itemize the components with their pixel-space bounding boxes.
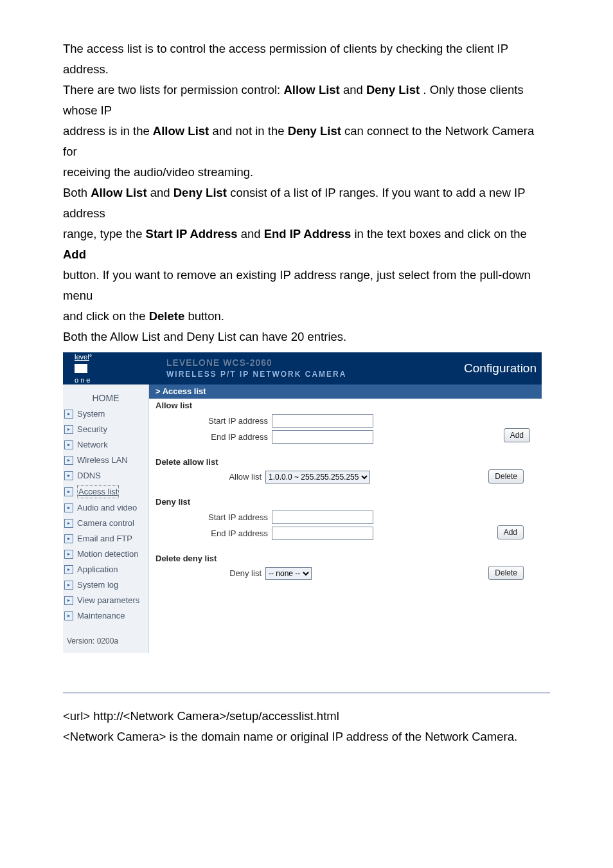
url-line: <url> http://<Network Camera>/setup/acce… bbox=[63, 706, 550, 727]
product-name: LEVELONE WCS-2060 bbox=[166, 357, 464, 368]
product-title: LEVELONE WCS-2060 WIRELESS P/T IP NETWOR… bbox=[155, 357, 464, 380]
allow-list-term: Allow List bbox=[283, 83, 339, 96]
end-ip-label: End IP address bbox=[155, 528, 268, 539]
sidebar-item-label: Application bbox=[77, 564, 118, 575]
sidebar-item-label: DDNS bbox=[77, 470, 101, 482]
sidebar-item-view-parameters[interactable]: View parameters bbox=[63, 593, 148, 608]
text: and not in the bbox=[212, 124, 287, 138]
divider bbox=[63, 692, 550, 693]
intro-line-9: Both the Allow List and Deny List can ha… bbox=[63, 327, 550, 347]
sidebar-item-network[interactable]: Network bbox=[63, 437, 148, 453]
deny-list-term: Deny List bbox=[366, 83, 420, 96]
allow-delete-button[interactable]: Delete bbox=[488, 469, 524, 484]
arrow-right-icon bbox=[64, 487, 73, 496]
sidebar-item-application[interactable]: Application bbox=[63, 562, 148, 577]
allow-add-button[interactable]: Add bbox=[504, 428, 530, 442]
sidebar-item-audio-and-video[interactable]: Audio and video bbox=[63, 500, 148, 516]
intro-line-5: Both Allow List and Deny List consist of… bbox=[63, 183, 550, 224]
shot-header: level° o n e LEVELONE WCS-2060 WIRELESS … bbox=[63, 352, 542, 384]
arrow-right-icon bbox=[64, 611, 73, 620]
start-ip-label: Start IP address bbox=[155, 415, 268, 427]
start-ip-term: Start IP Address bbox=[146, 227, 238, 240]
arrow-right-icon bbox=[64, 550, 73, 559]
allow-start-ip-input[interactable] bbox=[272, 414, 373, 428]
deny-start-ip-input[interactable] bbox=[272, 511, 373, 524]
sidebar-item-label: Network bbox=[77, 439, 108, 451]
sidebar-item-maintenance[interactable]: Maintenance bbox=[63, 608, 148, 624]
version-label: Version: 0200a bbox=[63, 624, 148, 653]
sidebar-item-wireless-lan[interactable]: Wireless LAN bbox=[63, 453, 148, 468]
sidebar-item-label: System bbox=[77, 408, 105, 420]
sidebar-item-security[interactable]: Security bbox=[63, 422, 148, 437]
sidebar-item-label: View parameters bbox=[77, 595, 139, 606]
document-body: The access list is to control the access… bbox=[0, 0, 613, 799]
deny-list-select-label: Deny list bbox=[155, 568, 262, 579]
sidebar-item-system-log[interactable]: System log bbox=[63, 577, 148, 593]
allow-list-select[interactable]: 1.0.0.0 ~ 255.255.255.255 bbox=[265, 471, 370, 484]
allow-list-term: Allow List bbox=[91, 186, 147, 199]
logo-brick-icon bbox=[75, 364, 87, 373]
sidebar-item-camera-control[interactable]: Camera control bbox=[63, 516, 148, 531]
logo-top: level bbox=[75, 353, 89, 361]
delete-allow-heading: Delete allow list bbox=[155, 455, 535, 469]
deny-add-button[interactable]: Add bbox=[497, 525, 524, 539]
sidebar-item-label: Access list bbox=[77, 485, 119, 498]
deny-end-ip-input[interactable] bbox=[272, 527, 373, 540]
main-panel: > Access list Allow list Start IP addres… bbox=[148, 384, 542, 653]
deny-delete-button[interactable]: Delete bbox=[488, 566, 524, 580]
arrow-right-icon bbox=[64, 503, 73, 512]
arrow-right-icon bbox=[64, 410, 73, 419]
sidebar-item-label: Wireless LAN bbox=[77, 455, 128, 466]
deny-list-heading: Deny list bbox=[155, 495, 535, 509]
product-subtitle: WIRELESS P/T IP NETWORK CAMERA bbox=[166, 368, 464, 380]
text: and bbox=[241, 227, 264, 240]
allow-list-term: Allow List bbox=[153, 124, 209, 138]
intro-line-7: button. If you want to remove an existin… bbox=[63, 265, 550, 306]
arrow-right-icon bbox=[64, 471, 73, 480]
start-ip-label: Start IP address bbox=[155, 512, 268, 523]
delete-deny-heading: Delete deny list bbox=[155, 552, 535, 566]
breadcrumb: > Access list bbox=[149, 384, 542, 399]
allow-list-heading: Allow list bbox=[155, 399, 535, 413]
text: button. bbox=[188, 309, 224, 323]
delete-term: Delete bbox=[149, 309, 185, 323]
intro-line-3: address is in the Allow List and not in … bbox=[63, 121, 550, 162]
text: and bbox=[150, 186, 173, 199]
end-ip-term: End IP Address bbox=[264, 227, 351, 240]
deny-list-term: Deny List bbox=[288, 124, 341, 138]
sidebar-item-label: Email and FTP bbox=[77, 533, 132, 545]
url-note: <Network Camera> is the domain name or o… bbox=[63, 727, 550, 747]
allow-end-ip-input[interactable] bbox=[272, 430, 373, 444]
config-screenshot: level° o n e LEVELONE WCS-2060 WIRELESS … bbox=[63, 352, 542, 653]
arrow-right-icon bbox=[64, 440, 73, 449]
sidebar-item-label: Security bbox=[77, 424, 107, 435]
configuration-label: Configuration bbox=[464, 363, 542, 374]
arrow-right-icon bbox=[64, 519, 73, 528]
arrow-right-icon bbox=[64, 456, 73, 465]
arrow-right-icon bbox=[64, 565, 73, 574]
sidebar-item-email-and-ftp[interactable]: Email and FTP bbox=[63, 531, 148, 547]
sidebar-item-label: Audio and video bbox=[77, 502, 137, 514]
brand-logo: level° o n e bbox=[63, 351, 155, 386]
sidebar-item-access-list[interactable]: Access list bbox=[63, 484, 148, 500]
intro-line-1: The access list is to control the access… bbox=[63, 39, 550, 80]
sidebar-item-system[interactable]: System bbox=[63, 406, 148, 422]
intro-line-4: receiving the audio/video streaming. bbox=[63, 162, 550, 183]
deny-list-term: Deny List bbox=[173, 186, 227, 199]
end-ip-label: End IP address bbox=[155, 431, 268, 443]
text: address is in the bbox=[63, 124, 153, 138]
sidebar-item-ddns[interactable]: DDNS bbox=[63, 468, 148, 484]
text: range, type the bbox=[63, 227, 146, 240]
sidebar-item-label: System log bbox=[77, 579, 118, 591]
arrow-right-icon bbox=[64, 596, 73, 605]
sidebar-item-label: Maintenance bbox=[77, 610, 125, 622]
deny-list-select[interactable]: -- none -- bbox=[265, 567, 312, 580]
sidebar-item-label: Motion detection bbox=[77, 548, 138, 560]
sidebar-item-motion-detection[interactable]: Motion detection bbox=[63, 547, 148, 562]
sidebar: HOME SystemSecurityNetworkWireless LANDD… bbox=[63, 384, 148, 653]
intro-line-2: There are two lists for permission contr… bbox=[63, 80, 550, 121]
add-term: Add bbox=[63, 248, 86, 261]
sidebar-home[interactable]: HOME bbox=[63, 387, 148, 406]
intro-line-8: and click on the Delete button. bbox=[63, 306, 550, 327]
text: Both bbox=[63, 186, 91, 199]
